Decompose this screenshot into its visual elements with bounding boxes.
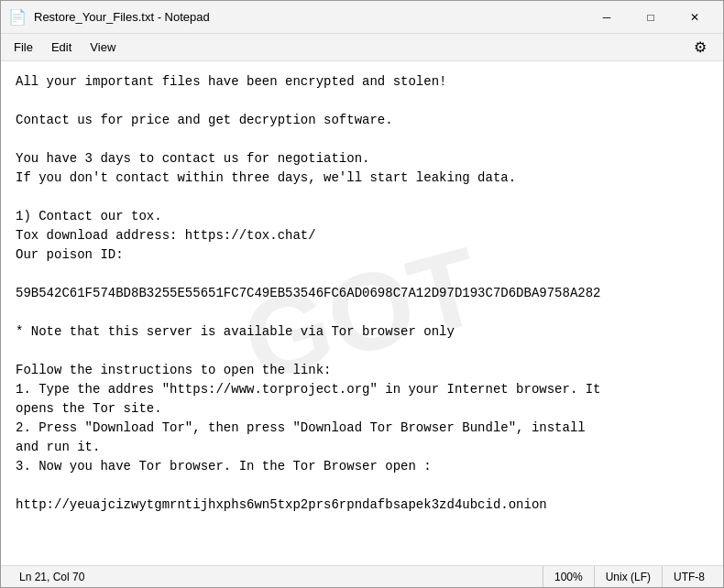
window-title: Restore_Your_Files.txt - Notepad xyxy=(34,10,586,24)
notepad-window: 📄 Restore_Your_Files.txt - Notepad ─ □ ✕… xyxy=(0,0,724,588)
cursor-position: Ln 21, Col 70 xyxy=(8,566,543,587)
line-ending: Unix (LF) xyxy=(595,566,663,587)
charset: UTF-8 xyxy=(663,566,716,587)
window-controls: ─ □ ✕ xyxy=(586,1,716,34)
menu-view[interactable]: View xyxy=(81,37,125,58)
settings-icon[interactable]: ⚙ xyxy=(686,35,714,60)
zoom-level: 100% xyxy=(543,566,595,587)
title-bar: 📄 Restore_Your_Files.txt - Notepad ─ □ ✕ xyxy=(1,1,723,34)
text-editor[interactable] xyxy=(1,61,723,565)
menu-file[interactable]: File xyxy=(5,37,42,58)
status-bar: Ln 21, Col 70 100% Unix (LF) UTF-8 xyxy=(1,565,723,587)
app-icon: 📄 xyxy=(8,8,27,27)
maximize-button[interactable]: □ xyxy=(630,1,672,34)
editor-area: GOT xyxy=(1,61,723,565)
menu-bar: File Edit View ⚙ xyxy=(1,34,723,61)
close-button[interactable]: ✕ xyxy=(674,1,716,34)
menu-edit[interactable]: Edit xyxy=(42,37,81,58)
minimize-button[interactable]: ─ xyxy=(586,1,628,34)
